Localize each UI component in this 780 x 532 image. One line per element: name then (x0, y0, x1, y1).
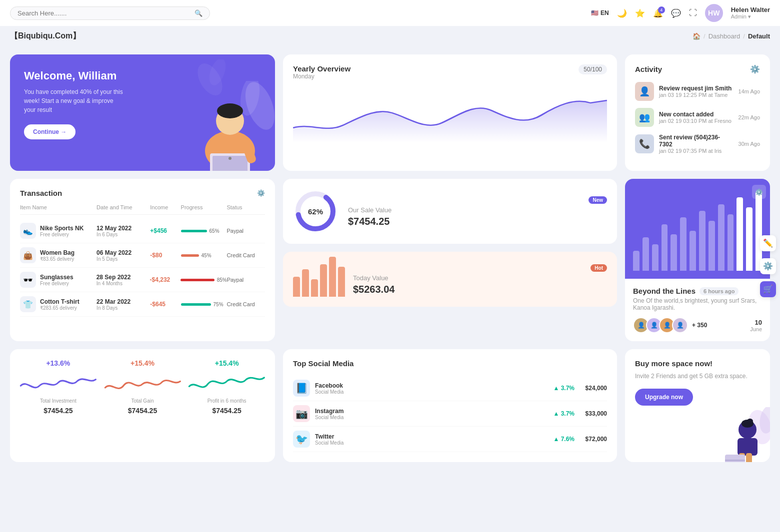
beyond-bar (708, 221, 715, 271)
today-bar (293, 277, 300, 297)
progress-bar (181, 254, 199, 257)
welcome-illustration (180, 81, 275, 171)
social-info: Twitter Social Media (315, 433, 548, 446)
beyond-bar (736, 197, 743, 271)
main-content-row2: Transaction ⚙️ Item Name Date and Time I… (0, 179, 780, 349)
activity-settings-icon[interactable]: ⚙️ (750, 64, 760, 74)
notifications-icon[interactable]: 🔔 4 (653, 8, 663, 18)
home-icon[interactable]: 🏠 (692, 32, 700, 40)
yearly-overview-card: Yearly Overview Monday 50/100 (283, 54, 617, 171)
beyond-card: ⚙️ Beyond the Lines 6 hours ago One Of t… (625, 179, 770, 341)
buy-space-illustration (710, 407, 770, 462)
svg-rect-22 (725, 460, 745, 461)
side-icon-3[interactable]: 🛒 (760, 281, 776, 297)
search-bar[interactable]: 🔍 (10, 6, 210, 20)
income-cell: -$80 (150, 252, 180, 259)
item-sub: ₹83.65 delivery (40, 256, 74, 262)
activity-info: New contact added jan 02 19 03:10 PM at … (659, 111, 734, 124)
beyond-bar (718, 204, 724, 271)
plus-count: + 350 (692, 322, 707, 329)
progress-pct: 85% (217, 277, 227, 283)
today-bar (311, 279, 318, 297)
beyond-bar (652, 244, 658, 271)
fullscreen-icon[interactable]: ⛶ (689, 8, 697, 17)
main-content-row3: +13.6% Total Investment $7454.25 +15.4% … (0, 349, 780, 470)
dark-mode-toggle[interactable]: 🌙 (617, 8, 627, 18)
progress-cell: 45% (181, 253, 227, 258)
item-info: Cotton T-shirt ₹283.65 delivery (40, 298, 80, 311)
yearly-chart (293, 88, 607, 143)
item-name: Cotton T-shirt (40, 298, 80, 305)
table-headers: Item Name Date and Time Income Progress … (20, 204, 265, 215)
sale-value-card: 62% New Our Sale Value $7454.25 (283, 179, 617, 244)
breadcrumb: 🏠 / Dashboard / Default (692, 32, 770, 40)
today-bar (320, 264, 327, 297)
table-row: 👜 Women Bag ₹83.65 delivery 06 May 2022 … (20, 243, 265, 268)
date-sub: In 6 Days (96, 232, 150, 237)
hot-badge: Hot (590, 264, 607, 272)
donut-chart: 62% (293, 189, 338, 234)
item-name-cell: 👜 Women Bag ₹83.65 delivery (20, 247, 96, 263)
welcome-card: Welcome, William You have completed 40% … (10, 54, 275, 171)
side-icon-1[interactable]: ✏️ (760, 235, 776, 251)
welcome-message: You have completed 40% of your this week… (24, 87, 124, 114)
activity-header: Activity ⚙️ (635, 64, 760, 74)
social-media-item: 🐦 Twitter Social Media ▲ 7.6% $72,000 (293, 427, 607, 452)
social-amount: $72,000 (580, 436, 607, 443)
upgrade-button[interactable]: Upgrade now (635, 389, 693, 406)
transaction-settings-icon[interactable]: ⚙️ (257, 189, 265, 197)
brand-name: 【Biqubiqu.Com】 (10, 31, 80, 41)
item-name-cell: 👕 Cotton T-shirt ₹283.65 delivery (20, 296, 96, 312)
side-icon-2[interactable]: ⚙️ (760, 258, 776, 274)
social-name: Facebook (315, 382, 548, 389)
stat-amount: $7454.25 (128, 407, 157, 415)
date-cell: 12 May 2022 In 6 Days (96, 225, 150, 237)
activity-item-title: Sent review (504)236-7302 (659, 134, 734, 148)
social-name: Instagram (315, 408, 548, 415)
search-icon: 🔍 (194, 9, 202, 17)
progress-pct: 45% (202, 253, 212, 258)
beyond-bar (642, 237, 649, 271)
today-bar (302, 269, 309, 297)
buy-space-description: Invite 2 Friends and get 5 GB extra spac… (635, 372, 760, 381)
avatar[interactable]: HW (705, 4, 723, 22)
activity-card: Activity ⚙️ 👤 Review request jim Smith j… (625, 54, 770, 171)
social-amount: $33,000 (580, 410, 607, 417)
social-platform-icon: 🐦 (293, 431, 310, 448)
messages-icon[interactable]: 💬 (671, 8, 681, 18)
transaction-card: Transaction ⚙️ Item Name Date and Time I… (10, 179, 275, 341)
beyond-description: One Of the world,s brightest, young surf… (633, 297, 762, 311)
stat-wave (186, 370, 267, 395)
progress-bar (181, 230, 207, 232)
stat-wave (102, 370, 183, 395)
social-type: Social Media (315, 440, 548, 446)
language-selector[interactable]: 🇺🇸 EN (591, 9, 609, 16)
social-info: Instagram Social Media (315, 408, 548, 420)
beyond-bar (670, 234, 677, 271)
beyond-footer: 👤 👤 👤 👤 + 350 10 June (633, 317, 762, 333)
beyond-side-icons: ⚙️ (752, 185, 766, 199)
activity-info: Review request jim Smith jan 03 19 12:25… (659, 85, 734, 98)
date-cell: 06 May 2022 In 5 Days (96, 249, 150, 262)
svg-point-17 (747, 419, 753, 424)
status-cell: Paypal (227, 277, 265, 283)
favorites-icon[interactable]: ⭐ (635, 8, 645, 18)
today-bar (329, 257, 336, 297)
search-input[interactable] (18, 9, 190, 17)
date-main: 12 May 2022 (96, 225, 150, 232)
yearly-title: Yearly Overview (293, 64, 350, 73)
floating-side-icons: ✏️ ⚙️ 🛒 (760, 235, 776, 297)
continue-button[interactable]: Continue → (24, 124, 76, 139)
yearly-badge: 50/100 (578, 64, 607, 74)
status-cell: Credit Card (226, 301, 265, 307)
time-badge: 6 hours ago (700, 287, 738, 295)
chart-settings-icon[interactable]: ⚙️ (752, 185, 766, 199)
social-media-item: 📷 Instagram Social Media ▲ 3.7% $33,000 (293, 401, 607, 427)
user-info: Helen Walter Admin ▾ (731, 6, 770, 20)
income-cell: -$4,232 (150, 276, 180, 283)
activity-thumb: 👥 (635, 108, 654, 127)
svg-point-9 (228, 157, 232, 160)
beyond-chart: ⚙️ (625, 179, 770, 279)
progress-pct: 65% (210, 228, 220, 234)
date-sub: In 5 Days (96, 256, 150, 262)
